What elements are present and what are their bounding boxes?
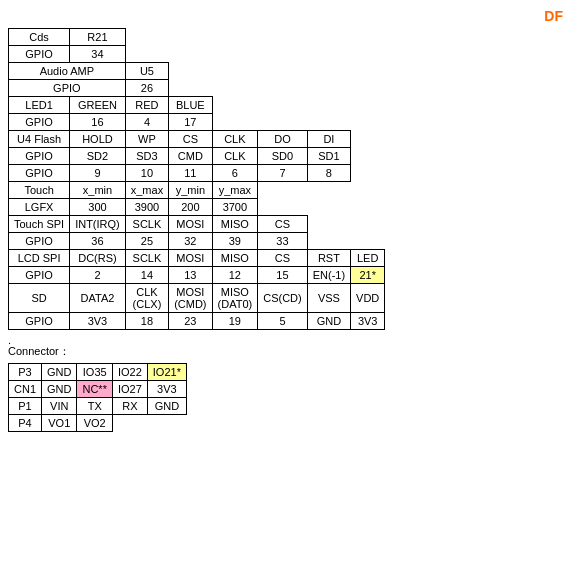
cell: LGFX (9, 199, 70, 216)
cell (351, 80, 385, 97)
cell: SD0 (258, 148, 308, 165)
cell: SCLK (125, 216, 168, 233)
cell: 10 (125, 165, 168, 182)
cell (351, 199, 385, 216)
cell (307, 80, 350, 97)
connector-table: P3 GND IO35 IO22 IO21* CN1 GND NC** IO27… (8, 363, 187, 432)
cell (351, 97, 385, 114)
cell (212, 63, 258, 80)
cell: CN1 (9, 381, 42, 398)
cell: 8 (307, 165, 350, 182)
cell: IO35 (77, 364, 112, 381)
cell: y_max (212, 182, 258, 199)
cell: P1 (9, 398, 42, 415)
cell (307, 233, 350, 250)
cell (258, 80, 308, 97)
cell: MISO (212, 216, 258, 233)
cell: GPIO (9, 165, 70, 182)
cell: 7 (258, 165, 308, 182)
table-row: Cds R21 (9, 29, 385, 46)
cell: U4 Flash (9, 131, 70, 148)
cell: INT(IRQ) (70, 216, 126, 233)
cell: 16 (70, 114, 126, 131)
cell (169, 63, 212, 80)
cell (351, 182, 385, 199)
cell: MISO (212, 250, 258, 267)
cell (351, 165, 385, 182)
cell (351, 148, 385, 165)
cell: SCLK (125, 250, 168, 267)
cell: 300 (70, 199, 126, 216)
cell: LCD SPI (9, 250, 70, 267)
cell (258, 199, 308, 216)
cell: 3700 (212, 199, 258, 216)
cell (307, 97, 350, 114)
cell: 200 (169, 199, 212, 216)
cell: IO27 (112, 381, 147, 398)
cell: SD1 (307, 148, 350, 165)
cell: CLK(CLX) (125, 284, 168, 313)
cell: GPIO (9, 114, 70, 131)
cell (258, 97, 308, 114)
cell: x_max (125, 182, 168, 199)
cell: 4 (125, 114, 168, 131)
cell (307, 199, 350, 216)
cell: RX (112, 398, 147, 415)
cell: 14 (125, 267, 168, 284)
cell (212, 80, 258, 97)
cell (258, 29, 308, 46)
cell (307, 114, 350, 131)
cell (351, 114, 385, 131)
cell: MOSI(CMD) (169, 284, 212, 313)
df-label: DF (8, 8, 563, 24)
cell (212, 97, 258, 114)
table-row: LGFX 300 3900 200 3700 (9, 199, 385, 216)
cell: P3 (9, 364, 42, 381)
cell: Touch SPI (9, 216, 70, 233)
cell: GPIO (9, 267, 70, 284)
cell: 21* (351, 267, 385, 284)
cell (212, 29, 258, 46)
table-row: Audio AMP U5 (9, 63, 385, 80)
cell: 6 (212, 165, 258, 182)
table-row: SD DATA2 CLK(CLX) MOSI(CMD) MISO(DAT0) C… (9, 284, 385, 313)
cell: R21 (70, 29, 126, 46)
cell (125, 29, 168, 46)
cell (351, 216, 385, 233)
cell (307, 29, 350, 46)
cell: 32 (169, 233, 212, 250)
main-table: Cds R21 GPIO 34 Audio AMP U5 GPIO 26 (8, 28, 385, 330)
cell: 26 (125, 80, 168, 97)
cell: GPIO (9, 148, 70, 165)
cell (307, 182, 350, 199)
cell: CMD (169, 148, 212, 165)
cell: 34 (70, 46, 126, 63)
cell (307, 46, 350, 63)
table-row: GPIO 26 (9, 80, 385, 97)
cell: CS (169, 131, 212, 148)
cell: 39 (212, 233, 258, 250)
table-row: P1 VIN TX RX GND (9, 398, 187, 415)
cell: Audio AMP (9, 63, 126, 80)
cell: 9 (70, 165, 126, 182)
cell: VIN (42, 398, 77, 415)
cell: WP (125, 131, 168, 148)
cell: CS (258, 216, 308, 233)
cell: 33 (258, 233, 308, 250)
cell: Touch (9, 182, 70, 199)
cell (258, 63, 308, 80)
cell: 3V3 (147, 381, 186, 398)
cell: 13 (169, 267, 212, 284)
cell: TX (77, 398, 112, 415)
table-row: P3 GND IO35 IO22 IO21* (9, 364, 187, 381)
cell: 25 (125, 233, 168, 250)
cell: 23 (169, 313, 212, 330)
cell: SD3 (125, 148, 168, 165)
cell: LED (351, 250, 385, 267)
cell: DI (307, 131, 350, 148)
cell (147, 415, 186, 432)
cell: x_min (70, 182, 126, 199)
cell (258, 182, 308, 199)
cell: 19 (212, 313, 258, 330)
cell: MOSI (169, 250, 212, 267)
